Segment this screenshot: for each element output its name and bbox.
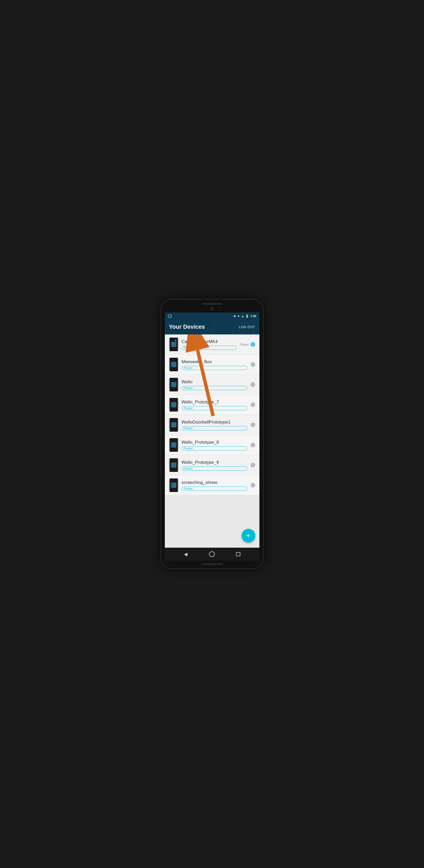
status-dot xyxy=(251,483,255,488)
tinker-label: Tinker xyxy=(239,343,249,346)
device-tag: Photon xyxy=(182,487,248,491)
device-tag: Photon xyxy=(182,426,248,430)
device-icon xyxy=(169,418,178,432)
device-item[interactable]: CameraSliderMK4 Photon Tinker xyxy=(165,335,259,354)
empty-area: + xyxy=(165,495,259,548)
bluetooth-icon: ★ xyxy=(233,315,236,318)
board-image xyxy=(169,338,178,351)
device-info: CameraSliderMK4 Photon xyxy=(182,339,236,350)
recent-icon xyxy=(236,552,240,556)
wifi-icon: ▼ xyxy=(237,315,240,318)
board-chip xyxy=(171,483,176,488)
device-item[interactable]: Wello_Prototype_8 Photon xyxy=(165,435,259,455)
device-name: Meeseeks_Box xyxy=(182,359,248,365)
signal-icon: ▲ xyxy=(241,315,244,318)
back-button[interactable]: ◀ xyxy=(181,550,191,559)
add-device-button[interactable]: + xyxy=(242,529,255,542)
device-tag: Photon xyxy=(182,366,248,370)
board-image xyxy=(169,358,178,371)
device-icon xyxy=(169,458,178,472)
board-image xyxy=(169,438,178,452)
device-status xyxy=(251,362,255,367)
status-bar: ★ ▼ ▲ 🔋 7:09 xyxy=(165,312,259,320)
battery-icon: 🔋 xyxy=(245,315,249,318)
status-bar-right: ★ ▼ ▲ 🔋 7:09 xyxy=(233,315,256,318)
status-dot xyxy=(251,402,255,407)
status-dot xyxy=(251,362,255,367)
logout-button[interactable]: LOG OUT xyxy=(239,325,255,329)
device-icon xyxy=(169,378,178,392)
phone-screen: ★ ▼ ▲ 🔋 7:09 Your Devices LOG OUT xyxy=(165,312,259,561)
board-chip xyxy=(171,402,176,407)
device-name: Wello xyxy=(182,379,248,384)
app-header: Your Devices LOG OUT xyxy=(165,320,259,335)
board-chip xyxy=(171,382,176,387)
device-status xyxy=(251,443,255,447)
status-bar-left xyxy=(168,314,172,318)
device-icon xyxy=(169,358,178,371)
time-display: 7:09 xyxy=(250,315,256,318)
device-tag: Photon xyxy=(182,346,236,350)
board-image xyxy=(169,398,178,411)
device-item[interactable]: Wello_Prototype_7 Photon xyxy=(165,395,259,415)
device-tag: Photon xyxy=(182,466,248,471)
device-name: screeching_shrew xyxy=(182,480,248,485)
speaker-top xyxy=(202,303,223,305)
device-status: Tinker xyxy=(239,342,255,347)
board-chip xyxy=(171,342,176,347)
board-image xyxy=(169,458,178,472)
device-list: CameraSliderMK4 Photon Tinker Meeseeks_B… xyxy=(165,335,259,495)
board-image xyxy=(169,378,178,392)
device-status xyxy=(251,463,255,467)
device-status xyxy=(251,483,255,488)
device-info: Wello_Prototype_7 Photon xyxy=(182,400,248,410)
status-icon xyxy=(168,314,172,318)
status-dot xyxy=(251,382,255,387)
status-dot xyxy=(251,463,255,467)
board-chip xyxy=(171,362,176,367)
device-status xyxy=(251,402,255,407)
device-info: Meeseeks_Box Photon xyxy=(182,359,248,370)
device-name: Wello_Prototype_7 xyxy=(182,400,248,405)
status-dot xyxy=(251,443,255,447)
device-name: Wello_Prototype_9 xyxy=(182,460,248,465)
speaker-bottom xyxy=(202,563,223,565)
device-name: CameraSliderMK4 xyxy=(182,339,236,344)
device-tag: Photon xyxy=(182,446,248,451)
status-dot xyxy=(251,423,255,427)
page-title: Your Devices xyxy=(169,323,205,330)
board-image xyxy=(169,478,178,492)
device-icon xyxy=(169,478,178,492)
device-item[interactable]: screeching_shrew Photon xyxy=(165,475,259,495)
device-item[interactable]: Wello Photon xyxy=(165,375,259,395)
device-info: Wello Photon xyxy=(182,379,248,390)
device-icon xyxy=(169,338,178,351)
board-chip xyxy=(171,422,176,428)
device-tag: Photon xyxy=(182,386,248,390)
device-status xyxy=(251,382,255,387)
device-info: screeching_shrew Photon xyxy=(182,480,248,491)
device-info: WelloDoorbellPrototype1 Photon xyxy=(182,420,248,430)
device-item[interactable]: Wello_Prototype_9 Photon xyxy=(165,455,259,475)
device-status xyxy=(251,423,255,427)
back-icon: ◀ xyxy=(184,551,188,557)
device-icon xyxy=(169,438,178,452)
nav-bar: ◀ xyxy=(165,548,259,561)
device-icon xyxy=(169,398,178,411)
front-camera xyxy=(210,307,214,310)
board-chip xyxy=(171,463,176,468)
device-name: Wello_Prototype_8 xyxy=(182,440,248,445)
device-info: Wello_Prototype_8 Photon xyxy=(182,440,248,451)
recents-button[interactable] xyxy=(233,550,243,559)
device-info: Wello_Prototype_9 Photon xyxy=(182,460,248,471)
device-name: WelloDoorbellPrototype1 xyxy=(182,420,248,425)
phone-frame: ★ ▼ ▲ 🔋 7:09 Your Devices LOG OUT xyxy=(161,300,263,568)
board-led xyxy=(175,340,176,341)
home-button[interactable] xyxy=(207,550,217,559)
status-dot xyxy=(251,342,255,347)
home-icon xyxy=(209,551,215,557)
device-item[interactable]: WelloDoorbellPrototype1 Photon xyxy=(165,415,259,435)
device-tag: Photon xyxy=(182,406,248,410)
board-chip xyxy=(171,442,176,447)
device-item[interactable]: Meeseeks_Box Photon xyxy=(165,354,259,375)
